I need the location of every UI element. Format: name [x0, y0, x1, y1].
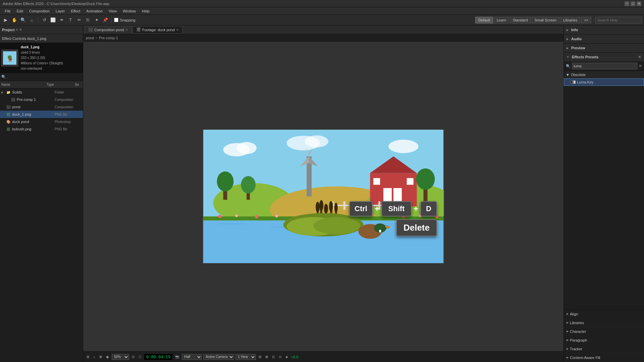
file-item-duck1[interactable]: 🖼 duck_1.png PNG file [0, 111, 83, 118]
viewer-btn-a[interactable]: ⊞ [257, 354, 263, 359]
time-display: 0:00:04:19 [144, 354, 172, 360]
menu-edit[interactable]: Edit [14, 8, 26, 14]
preview-header[interactable]: ▶ Preview [564, 44, 644, 52]
file-item-pond[interactable]: ⬛ pond Composition [0, 103, 83, 111]
comp-tab-close[interactable]: ✕ [125, 28, 128, 32]
maximize-button[interactable]: □ [631, 1, 635, 6]
brush-tool[interactable]: ✏ [75, 16, 83, 24]
libraries-row[interactable]: ▶ Libraries [564, 318, 644, 327]
menu-window[interactable]: Window [120, 8, 139, 14]
search-help-input[interactable] [595, 17, 642, 23]
menu-layer[interactable]: Layer [53, 8, 68, 14]
workspace-default[interactable]: Default [475, 17, 493, 23]
effect-controls-tab[interactable]: Effect Controls duck_1.png [0, 34, 83, 43]
menu-view[interactable]: View [106, 8, 119, 14]
info-header[interactable]: ▶ Info [564, 25, 644, 34]
viewer-grid-btn[interactable]: ⊞ [85, 354, 91, 359]
svg-rect-38 [220, 223, 247, 225]
hand-tool[interactable]: ✋ [11, 16, 18, 24]
paragraph-row[interactable]: ▶ Paragraph [564, 336, 644, 345]
col-name: Name [1, 83, 45, 86]
menu-effect[interactable]: Effect [68, 8, 83, 14]
project-menu-btn[interactable]: ≡ [16, 28, 18, 32]
select-tool[interactable]: ▶ [2, 16, 9, 24]
luma-key-item[interactable]: Luma Key [564, 78, 644, 86]
viewer: Ctrl + Shift + D Delete [83, 42, 564, 351]
viewer-motion-btn[interactable]: ⌂ [92, 354, 97, 359]
svg-rect-3 [9, 60, 11, 62]
workspace-more[interactable]: >> [581, 17, 591, 23]
pin-tool[interactable]: 📌 [102, 16, 109, 24]
effects-close-btn[interactable]: ✕ [638, 55, 641, 59]
effects-search-input[interactable] [572, 63, 637, 69]
menu-help[interactable]: Help [139, 8, 152, 14]
audio-title: Audio [571, 37, 582, 41]
tracker-row[interactable]: ▶ Tracker [564, 345, 644, 353]
luma-key-icon [571, 80, 576, 84]
rotate-tool[interactable]: ↺ [41, 16, 48, 24]
breadcrumb-pond[interactable]: pond [86, 36, 94, 40]
viewer-btn-e[interactable]: ◈ [284, 354, 289, 359]
viewer-btn-d[interactable]: ⊙ [277, 354, 283, 359]
minimize-button[interactable]: ─ [625, 1, 629, 6]
file-item-precomp1[interactable]: ⬛ Pre-comp 1 Composition [0, 96, 83, 103]
close-button[interactable]: ✕ [637, 1, 641, 6]
menu-animation[interactable]: Animation [84, 8, 105, 14]
footage-tab-close[interactable]: ✕ [176, 28, 179, 32]
pixels-btn[interactable]: ⎔ [137, 354, 143, 359]
ctrl-key: Ctrl [349, 201, 373, 217]
effects-presets-header[interactable]: ▼ Effects Presets ✕ [564, 53, 644, 61]
viewer-snap-btn[interactable]: ⊠ [98, 354, 103, 359]
project-search-bar[interactable]: 🔍 [0, 73, 83, 81]
viewer-btn-c[interactable]: ⊡ [271, 354, 276, 359]
text-tool[interactable]: T [67, 16, 74, 24]
project-search-input[interactable] [7, 75, 82, 79]
left-panel: Project ≡ ✕ Effect Controls duck_1.png d… [0, 25, 83, 362]
quality-select[interactable]: Half Full Quarter [182, 354, 202, 360]
clone-tool[interactable]: ⎘ [84, 16, 92, 24]
camera-btn[interactable]: 📷 [174, 354, 180, 359]
effects-group-obsolete: ▼ Obsolete Luma Key [564, 71, 644, 86]
workspace-small-screen[interactable]: Small Screen [532, 17, 559, 23]
comp-icon: ⬛ [11, 97, 15, 102]
svg-point-16 [241, 176, 256, 193]
svg-point-55 [319, 200, 323, 211]
shape-tool[interactable]: ⬜ [49, 16, 57, 24]
file-item-bulrush[interactable]: 🖼 bulrush.png PNG file [0, 125, 83, 133]
audio-header[interactable]: ▶ Audio [564, 35, 644, 43]
workspace-standard[interactable]: Standard [510, 17, 531, 23]
content-aware-row[interactable]: ▶ Content-Aware Fill [564, 353, 644, 362]
puppet-tool[interactable]: ✦ [93, 16, 100, 24]
comp-tab-pond[interactable]: ⬛ Composition pond ✕ [85, 26, 132, 34]
workspace-libraries[interactable]: Libraries [560, 17, 580, 23]
search-tool[interactable]: ⌕ [28, 16, 36, 24]
separator-1 [38, 17, 38, 23]
zoom-tool[interactable]: 🔍 [19, 16, 27, 24]
workspace-learn[interactable]: Learn [494, 17, 509, 23]
pen-tool[interactable]: ✒ [58, 16, 65, 24]
svg-point-9 [388, 140, 419, 153]
d-key: D [420, 201, 437, 217]
snapping-checkbox[interactable] [114, 18, 118, 22]
breadcrumb-precomp[interactable]: Pre-comp 1 [99, 36, 118, 40]
comp-tab-footage[interactable]: 🎬 Footage: duck pond ✕ [132, 26, 182, 34]
views-select[interactable]: 1 View 2 Views [235, 354, 256, 360]
viewer-btn-b[interactable]: ⊠ [264, 354, 269, 359]
right-panel: ▶ Info ▶ Audio ▶ Preview ▼ Effects Prese… [564, 25, 644, 362]
menu-file[interactable]: File [2, 8, 13, 14]
align-row[interactable]: ▶ Align [564, 310, 644, 318]
zoom-select[interactable]: 50% 100% 25% [112, 354, 129, 360]
effects-group-header[interactable]: ▼ Obsolete [564, 71, 644, 78]
effects-clear-btn[interactable]: ✕ [639, 64, 642, 68]
fit-btn[interactable]: ⊡ [130, 354, 136, 359]
character-row[interactable]: ▶ Character [564, 327, 644, 336]
camera-select[interactable]: Active Camera [203, 354, 234, 360]
file-item-solids[interactable]: ▶ 📁 Solids Folder [0, 88, 83, 96]
snapping-label: Snapping [120, 18, 136, 22]
effects-presets-section: ▼ Effects Presets ✕ 🔍 ✕ ▼ Obsolete Luma [564, 53, 644, 310]
file-item-duckpond[interactable]: 🎨 duck pond Photoshop [0, 118, 83, 125]
menu-composition[interactable]: Composition [26, 8, 52, 14]
project-close-btn[interactable]: ✕ [19, 28, 22, 32]
viewer-render-btn[interactable]: ◉ [105, 354, 110, 359]
audio-section: ▶ Audio [564, 35, 644, 44]
